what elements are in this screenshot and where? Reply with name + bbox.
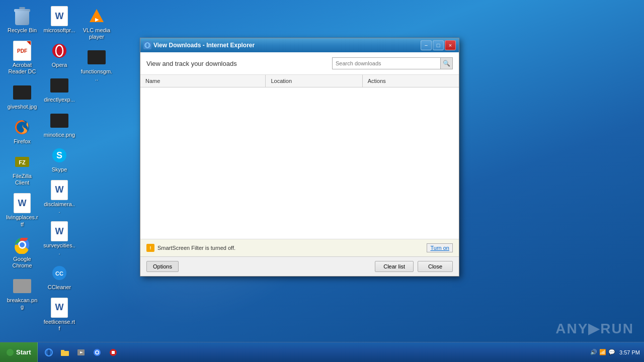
dialog-title: View Downloads - Internet Explorer xyxy=(153,42,419,49)
livingplaces-label: livingplaces.rtf xyxy=(6,214,38,227)
header-title: View and track your downloads xyxy=(146,60,237,67)
chrome-icon xyxy=(12,235,32,255)
ccleaner-label: CCleaner xyxy=(48,284,71,291)
taskbar-folder-icon[interactable] xyxy=(58,345,72,359)
desktop-icon-acrobat[interactable]: Acrobat Reader DC xyxy=(4,39,40,77)
smartscreen-info: ! SmartScreen Filter is turned off. xyxy=(146,244,235,252)
ccleaner-icon: CC xyxy=(49,263,69,283)
taskbar-media-icon[interactable] xyxy=(74,345,88,359)
filezilla-label: FileZilla Client xyxy=(6,173,38,186)
desktop-icon-feetlicense[interactable]: feetlicense.rtf xyxy=(41,296,77,334)
giveshot-icon xyxy=(12,82,32,103)
svg-text:FZ: FZ xyxy=(19,159,26,165)
directlyexp-icon xyxy=(49,75,69,96)
clear-list-button[interactable]: Clear list xyxy=(375,261,414,272)
svg-rect-21 xyxy=(61,350,64,352)
desktop-icon-breakcan[interactable]: breakcan.png xyxy=(4,274,40,312)
desktop-icon-ccleaner[interactable]: CC CCleaner xyxy=(41,261,77,293)
desktop-icon-skype[interactable]: S Skype xyxy=(41,143,77,175)
breakcan-label: breakcan.png xyxy=(6,297,38,310)
table-header: Name Location Actions xyxy=(140,75,459,87)
svg-text:▶: ▶ xyxy=(95,17,99,22)
options-button[interactable]: Options xyxy=(146,261,179,272)
desktop-icon-opera[interactable]: Opera xyxy=(41,39,77,70)
filezilla-icon: FZ xyxy=(12,152,32,172)
taskbar-ie-icon[interactable] xyxy=(42,345,56,359)
tray-notification-icon: 💬 xyxy=(608,349,615,355)
start-icon xyxy=(6,348,14,356)
feetlicense-icon xyxy=(49,298,69,318)
feetlicense-label: feetlicense.rtf xyxy=(43,319,75,332)
dialog-controls: − □ × xyxy=(421,40,456,50)
svg-text:CC: CC xyxy=(55,270,63,277)
acrobat-icon xyxy=(12,41,32,61)
column-name: Name xyxy=(140,75,266,87)
anyrun-watermark: ANY▶RUN xyxy=(555,320,634,337)
smartscreen-icon: ! xyxy=(146,244,154,252)
vlc-icon: ▶ xyxy=(87,6,107,26)
skype-label: Skype xyxy=(52,166,67,173)
close-button[interactable]: Close xyxy=(418,261,453,272)
desktop-icon-directlyexp[interactable]: directlyexp... xyxy=(41,73,77,105)
column-location: Location xyxy=(266,75,362,87)
acrobat-label: Acrobat Reader DC xyxy=(6,62,38,75)
search-button[interactable]: 🔍 xyxy=(440,58,452,69)
tray-volume-icon: 📶 xyxy=(599,349,606,355)
minotice-icon xyxy=(49,111,69,131)
minotice-label: minotice.png xyxy=(44,132,75,138)
firefox-icon xyxy=(12,117,32,137)
smartscreen-bar: ! SmartScreen Filter is turned off. Turn… xyxy=(140,239,459,256)
search-box[interactable]: 🔍 xyxy=(332,57,453,69)
svg-rect-28 xyxy=(112,351,115,354)
svg-point-16 xyxy=(146,43,149,48)
desktop-icon-chrome[interactable]: Google Chrome xyxy=(4,233,40,271)
taskbar: Start xyxy=(0,342,644,362)
functionsgm-label: functionsgm... xyxy=(80,68,113,81)
search-input[interactable] xyxy=(333,58,440,69)
start-button[interactable]: Start xyxy=(0,342,38,363)
svg-point-5 xyxy=(20,242,25,247)
surveycities-icon xyxy=(49,221,69,241)
desktop-icon-minotice[interactable]: minotice.png xyxy=(41,109,77,140)
directlyexp-label: directlyexp... xyxy=(44,97,75,103)
system-tray: 🔊 📶 💬 xyxy=(586,349,619,355)
desktop-icon-filezilla[interactable]: FZ FileZilla Client xyxy=(4,150,40,188)
giveshot-label: giveshot.jpg xyxy=(8,104,37,110)
desktop-icon-recycle-bin[interactable]: Recycle Bin xyxy=(4,4,40,36)
svg-point-17 xyxy=(7,349,14,356)
dialog-footer: Options Clear list Close xyxy=(140,256,459,276)
smartscreen-text: SmartScreen Filter is turned off. xyxy=(157,245,235,251)
column-actions: Actions xyxy=(363,75,459,87)
table-body xyxy=(140,87,459,239)
close-title-button[interactable]: × xyxy=(445,40,456,50)
opera-label: Opera xyxy=(52,62,67,68)
desktop-icon-disclaimera[interactable]: disclaimera... xyxy=(41,178,77,216)
recycle-bin-label: Recycle Bin xyxy=(8,27,37,34)
desktop-icon-livingplaces[interactable]: livingplaces.rtf xyxy=(4,191,40,229)
microsoftpr-icon xyxy=(49,6,69,26)
taskbar-quick-launch xyxy=(38,345,586,359)
desktop-icon-giveshot[interactable]: giveshot.jpg xyxy=(4,80,40,112)
dialog-titlebar[interactable]: View Downloads - Internet Explorer − □ × xyxy=(140,38,459,52)
taskbar-clock: 3:57 PM xyxy=(619,349,644,355)
recycle-bin-icon xyxy=(12,6,32,26)
dialog-header: View and track your downloads 🔍 xyxy=(140,52,459,75)
desktop-icon-microsoftpr[interactable]: microsoftpr... xyxy=(41,4,77,36)
taskbar-stop-icon[interactable] xyxy=(106,345,120,359)
minimize-button[interactable]: − xyxy=(421,40,432,50)
desktop: Recycle Bin Acrobat Reader DC giveshot.j… xyxy=(0,0,116,342)
svg-text:S: S xyxy=(56,150,62,160)
opera-icon xyxy=(49,41,69,61)
desktop-icon-vlc[interactable]: ▶ VLC media player xyxy=(78,4,115,42)
desktop-icon-functionsgm[interactable]: functionsgm... xyxy=(78,45,115,83)
turn-on-button[interactable]: Turn on xyxy=(427,243,453,252)
dialog-content: View and track your downloads 🔍 Name Loc… xyxy=(140,52,459,256)
taskbar-chrome-icon[interactable] xyxy=(90,345,104,359)
tray-network-icon: 🔊 xyxy=(590,349,597,355)
skype-icon: S xyxy=(49,145,69,165)
desktop-icon-surveycities[interactable]: surveycities... xyxy=(41,219,77,257)
firefox-label: Firefox xyxy=(14,138,31,145)
livingplaces-icon xyxy=(12,193,32,213)
restore-button[interactable]: □ xyxy=(433,40,444,50)
desktop-icon-firefox[interactable]: Firefox xyxy=(4,115,40,147)
